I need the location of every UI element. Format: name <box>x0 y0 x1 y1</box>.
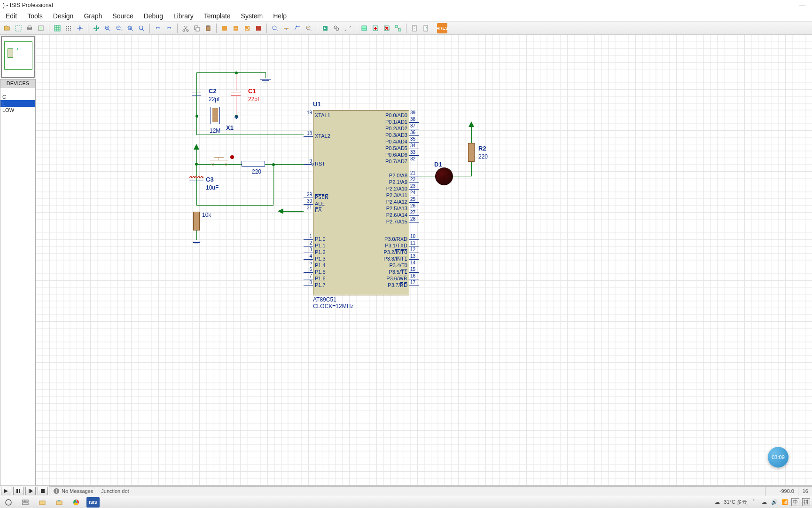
taskview-icon[interactable] <box>19 497 32 508</box>
tool-undo[interactable] <box>153 23 163 33</box>
tool-block4[interactable] <box>253 23 264 33</box>
menu-tools[interactable]: Tools <box>23 11 47 21</box>
ime-lang[interactable]: 中 <box>791 498 799 506</box>
cap-c3[interactable] <box>189 176 203 183</box>
volume-icon[interactable]: 🔊 <box>771 499 778 506</box>
pin-line[interactable] <box>409 116 419 116</box>
explorer2-icon[interactable] <box>53 497 66 508</box>
start-button[interactable] <box>2 497 15 508</box>
weather-text[interactable]: 31°C 多云 <box>724 499 747 506</box>
pin-line[interactable] <box>409 272 419 273</box>
canvas-area[interactable]: U1 AT89C51 CLOCK=12MHz X1 12M C2 22pf C1 <box>36 35 812 496</box>
tool-grid[interactable] <box>52 23 62 33</box>
reset-switch[interactable] <box>210 153 228 163</box>
pin-line[interactable] <box>409 222 419 222</box>
tool-ares[interactable]: ARES <box>437 23 447 33</box>
sim-stop[interactable] <box>38 487 48 495</box>
tool-block1[interactable] <box>219 23 230 33</box>
pin-line[interactable] <box>409 176 419 176</box>
sim-play[interactable] <box>1 487 11 495</box>
pin-line[interactable] <box>304 266 313 266</box>
onedrive-icon[interactable]: ☁ <box>760 499 768 506</box>
pin-line[interactable] <box>409 239 419 240</box>
pin-line[interactable] <box>409 149 419 149</box>
tool-zoom-region[interactable] <box>136 23 147 33</box>
tool-find[interactable] <box>331 23 342 33</box>
menu-template[interactable]: Template <box>199 11 235 21</box>
pin-line[interactable] <box>304 204 313 205</box>
tool-trace[interactable] <box>292 23 303 33</box>
overview[interactable]: .J <box>1 36 35 78</box>
chrome-icon[interactable] <box>70 497 83 508</box>
tool-zoom-out[interactable] <box>114 23 124 33</box>
pin-line[interactable] <box>304 198 313 198</box>
tool-dots[interactable] <box>63 23 74 33</box>
tool-search-prop[interactable] <box>304 23 314 33</box>
tool-bill[interactable] <box>409 23 420 33</box>
tool-copy[interactable] <box>192 23 202 33</box>
pin-line[interactable] <box>409 189 419 190</box>
pin-line[interactable] <box>409 196 419 196</box>
pin-line[interactable] <box>409 122 419 123</box>
tool-realtime[interactable] <box>320 23 330 33</box>
pin-line[interactable] <box>409 215 419 216</box>
fileexplorer-icon[interactable] <box>36 497 49 508</box>
pin-line[interactable] <box>304 211 313 211</box>
tool-region[interactable] <box>36 23 46 33</box>
menu-graph[interactable]: Graph <box>79 11 107 21</box>
pin-line[interactable] <box>304 116 313 116</box>
tool-print[interactable] <box>24 23 35 33</box>
pin-line[interactable] <box>409 183 419 183</box>
pin-line[interactable] <box>409 279 419 279</box>
tool-wire-repair[interactable] <box>281 23 291 33</box>
tool-open[interactable] <box>2 23 12 33</box>
device-item[interactable]: L <box>0 100 35 107</box>
pin-line[interactable] <box>409 202 419 203</box>
menu-system[interactable]: System <box>236 11 268 21</box>
pin-line[interactable] <box>304 259 313 260</box>
res-r2[interactable] <box>468 143 475 162</box>
tool-block3[interactable] <box>242 23 252 33</box>
pin-line[interactable] <box>304 239 313 240</box>
menu-design[interactable]: Design <box>48 11 78 21</box>
device-item[interactable]: C <box>0 94 35 100</box>
chevron-up-icon[interactable]: ˄ <box>750 499 757 506</box>
tool-erc[interactable] <box>421 23 431 33</box>
pin-line[interactable] <box>304 136 313 137</box>
menu-debug[interactable]: Debug <box>139 11 168 21</box>
pin-line[interactable] <box>409 209 419 209</box>
tool-zoom-fit[interactable] <box>125 23 135 33</box>
pin-line[interactable] <box>409 129 419 129</box>
pin-line[interactable] <box>409 259 419 260</box>
tool-add[interactable] <box>370 23 381 33</box>
tool-tools2[interactable] <box>343 23 353 33</box>
pin-line[interactable] <box>409 162 419 162</box>
crystal-x1[interactable] <box>212 108 218 122</box>
tool-origin[interactable] <box>75 23 85 33</box>
tool-remove[interactable] <box>382 23 392 33</box>
tool-decompose[interactable] <box>393 23 403 33</box>
pin-line[interactable] <box>409 246 419 246</box>
device-item[interactable]: LOW <box>0 107 35 113</box>
sim-pause[interactable] <box>13 487 23 495</box>
pin-line[interactable] <box>409 135 419 136</box>
pin-line[interactable] <box>304 253 313 253</box>
menu-source[interactable]: Source <box>108 11 138 21</box>
menu-edit[interactable]: Edit <box>1 11 22 21</box>
tool-package[interactable] <box>359 23 369 33</box>
tool-paste[interactable] <box>203 23 213 33</box>
tool-pan[interactable] <box>91 23 102 33</box>
status-messages[interactable]: i No Messages <box>49 486 97 496</box>
tool-cut[interactable] <box>180 23 191 33</box>
pin-line[interactable] <box>304 279 313 279</box>
pin-line[interactable] <box>409 266 419 266</box>
menu-library[interactable]: Library <box>169 11 198 21</box>
isis-icon[interactable]: ISIS <box>86 497 100 508</box>
weather-icon[interactable]: ☁ <box>713 499 721 506</box>
ime-kb[interactable]: 拼 <box>802 498 810 506</box>
res-220[interactable] <box>242 161 265 167</box>
pin-line[interactable] <box>409 142 419 143</box>
time-bubble[interactable]: 03:09 <box>768 447 789 468</box>
tool-zoom-in[interactable] <box>102 23 113 33</box>
res-10k[interactable] <box>193 212 200 230</box>
